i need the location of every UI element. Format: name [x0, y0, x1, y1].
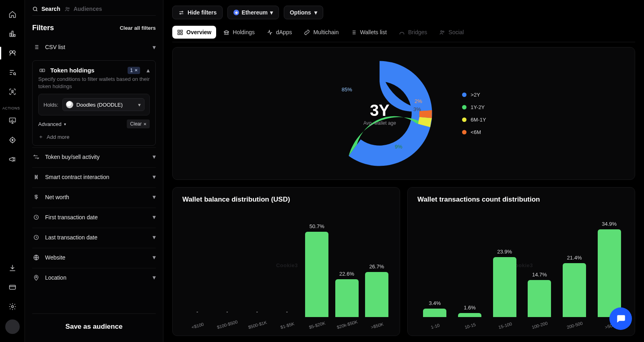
wallet-age-card: 85% 2% 3% 9% 3Y Avg. wallet age >2Y 1Y-2…: [172, 47, 635, 180]
options-button[interactable]: Options ▾: [284, 6, 323, 19]
tx-distribution-card: Wallet transactions count distribution C…: [407, 187, 635, 336]
filter-smart-contract[interactable]: Smart contract interaction ▾: [32, 167, 156, 186]
bar-col: 22.6%$20k-$50K: [332, 271, 361, 317]
nav-list-search[interactable]: [4, 64, 21, 81]
left-rail: ACTIONS: [0, 0, 25, 342]
add-more-condition[interactable]: ＋ Add more: [38, 133, 150, 140]
chevron-down-icon: ▾: [153, 193, 156, 201]
nav-chart[interactable]: [4, 25, 21, 43]
seg-dapps[interactable]: dApps: [262, 26, 297, 39]
nav-aim[interactable]: [4, 131, 21, 149]
chevron-up-icon[interactable]: ▴: [147, 66, 150, 74]
filter-net-worth[interactable]: Net worth ▾: [32, 187, 156, 206]
seg-overview[interactable]: Overview: [172, 26, 216, 39]
seg-holdings[interactable]: Holdings: [219, 26, 259, 39]
bar-value: 23.9%: [497, 249, 512, 255]
users-icon: [439, 29, 445, 35]
seg-wallets[interactable]: Wallets list: [346, 26, 391, 39]
audiences-icon: [64, 6, 70, 12]
clock-start-icon: [32, 214, 40, 220]
bar-value: 14.7%: [532, 272, 547, 278]
link-icon: [304, 29, 310, 35]
tab-audiences[interactable]: Audiences: [64, 6, 102, 12]
swap-icon: [32, 154, 40, 160]
token-select[interactable]: Doodles (DOODLE) ▾: [62, 98, 144, 111]
filter-csv[interactable]: CSV list ▾: [32, 38, 156, 56]
svg-point-11: [11, 306, 13, 308]
tx-bars: Cookie3 3.4%1-101.6%10-1523.9%15-10014.7…: [417, 210, 627, 332]
bar-rect: [598, 229, 621, 317]
bar-category: <$100: [191, 321, 204, 330]
svg-point-9: [12, 139, 13, 140]
bar-col: 23.9%15-100: [487, 249, 522, 317]
ethereum-icon: ◆: [233, 10, 239, 15]
dollar-icon: [32, 194, 40, 200]
hide-filters-button[interactable]: Hide filters: [172, 6, 223, 19]
seg-social: Social: [434, 26, 469, 39]
bar-rect: [493, 257, 516, 317]
bank-icon: [223, 29, 229, 35]
nav-target-user[interactable]: [4, 83, 21, 101]
filter-token-holdings: Token holdings 1✕ ▴ Specify conditions t…: [32, 60, 156, 146]
tab-search[interactable]: Search: [32, 6, 60, 12]
svg-point-16: [41, 70, 43, 71]
bar-category: $100-$500: [217, 319, 238, 330]
filter-buy-sell[interactable]: Token buy/sell activity ▾: [32, 147, 156, 166]
plus-icon: ＋: [38, 133, 43, 140]
chevron-down-icon: ▾: [314, 9, 317, 16]
svg-rect-25: [178, 33, 180, 34]
save-as-audience[interactable]: Save as audience: [32, 313, 156, 342]
token-holdings-title: Token holdings: [50, 67, 95, 74]
filters-title: Filters: [32, 24, 54, 32]
svg-rect-0: [10, 33, 11, 36]
filter-last-tx[interactable]: Last transaction date ▾: [32, 228, 156, 246]
seg-multichain[interactable]: Multichain: [299, 26, 343, 39]
filter-first-tx[interactable]: First transaction date ▾: [32, 208, 156, 226]
advanced-toggle[interactable]: Advanced▾: [38, 121, 66, 127]
chevron-down-icon: ▾: [153, 213, 156, 221]
nav-download[interactable]: [4, 259, 21, 277]
legend-1y-2y: 1Y-2Y: [462, 104, 486, 110]
chat-fab[interactable]: [609, 307, 632, 330]
list-icon: [351, 29, 357, 35]
nav-explore[interactable]: [4, 44, 21, 62]
bar-category: $500-$1K: [248, 320, 267, 330]
bar-category: 1-10: [430, 323, 440, 330]
nav-settings[interactable]: [4, 298, 21, 315]
bar-rect: [305, 232, 328, 317]
clear-condition[interactable]: Clear✕: [127, 119, 150, 128]
grid-icon: [177, 29, 183, 35]
bar-col: -$100-$500: [212, 309, 242, 317]
svg-point-28: [443, 31, 444, 32]
filter-location[interactable]: Location ▾: [32, 268, 156, 286]
network-select[interactable]: ◆ Ethereum ▾: [227, 6, 279, 19]
nav-presentation[interactable]: [4, 112, 21, 130]
bar-col: 3.4%1-10: [417, 300, 452, 317]
bar-value: 21.4%: [567, 255, 582, 261]
chevron-down-icon: ▾: [153, 173, 156, 181]
sidebar: Search Audiences Filters Clear all filte…: [25, 0, 163, 342]
interaction-icon: [32, 174, 40, 180]
bar-value: 50.7%: [310, 223, 324, 229]
user-avatar[interactable]: [5, 319, 20, 334]
balance-chart-title: Wallet balance distribution (USD): [182, 196, 392, 204]
bar-col: 1.6%10-15: [452, 305, 487, 317]
nav-card[interactable]: [4, 278, 21, 296]
bar-category: >$50K: [370, 321, 384, 330]
nav-megaphone[interactable]: [4, 150, 21, 168]
bar-category: 10-15: [464, 322, 476, 330]
filter-website[interactable]: Website ▾: [32, 248, 156, 266]
pin-icon: [32, 274, 40, 281]
activity-icon: [267, 29, 273, 35]
token-holdings-count[interactable]: 1✕: [128, 67, 140, 74]
bridge-icon: [399, 29, 405, 35]
clear-all-filters[interactable]: Clear all filters: [120, 25, 156, 31]
svg-point-13: [66, 7, 67, 9]
chevron-down-icon: ▾: [64, 122, 66, 126]
sliders-icon: [178, 10, 184, 16]
svg-point-4: [12, 51, 15, 53]
list-icon: [32, 44, 40, 50]
doodles-logo-icon: [66, 101, 73, 108]
nav-home[interactable]: [4, 6, 21, 23]
bar-rect: [335, 279, 359, 317]
